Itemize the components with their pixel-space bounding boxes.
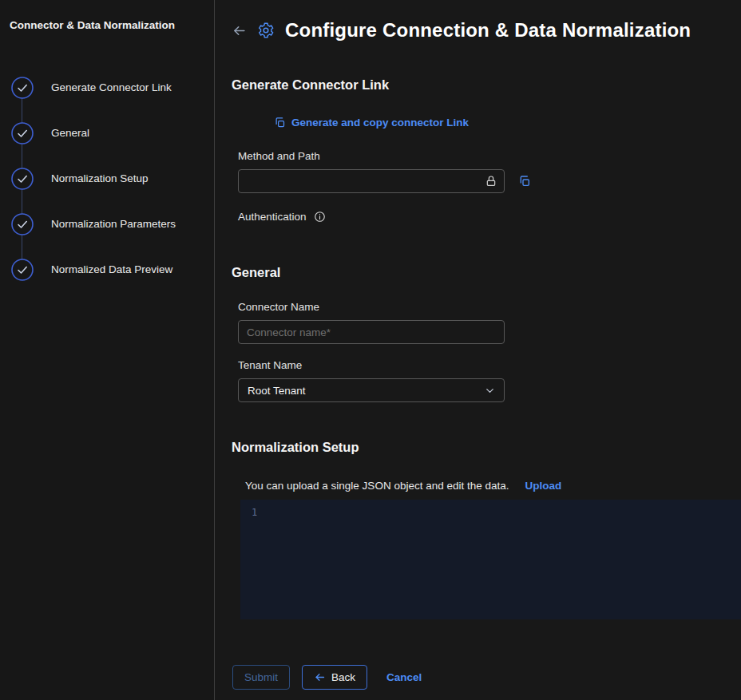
back-button[interactable]: Back: [302, 665, 367, 690]
json-editor[interactable]: 1: [240, 500, 741, 619]
generate-copy-link-label: Generate and copy connector Link: [291, 117, 469, 129]
check-circle-icon: [11, 213, 34, 235]
generate-copy-link-button[interactable]: Generate and copy connector Link: [274, 117, 469, 129]
method-and-path-label: Method and Path: [238, 150, 741, 162]
step-label: Generate Connector Link: [51, 81, 172, 93]
step-general[interactable]: General: [11, 110, 204, 156]
tenant-name-select[interactable]: Root Tenant: [238, 378, 505, 402]
stepper-sidebar: Connector & Data Normalization Generate …: [0, 0, 215, 700]
cancel-button[interactable]: Cancel: [386, 671, 422, 683]
step-label: Normalized Data Preview: [51, 263, 172, 275]
step-normalization-setup[interactable]: Normalization Setup: [11, 156, 204, 201]
copy-icon: [274, 117, 286, 129]
tenant-name-selected-value: Root Tenant: [248, 385, 306, 397]
back-button-label: Back: [331, 671, 355, 683]
page-title: Configure Connection & Data Normalizatio…: [285, 19, 691, 42]
arrow-left-icon: [314, 671, 326, 683]
chevron-down-icon: [484, 385, 496, 397]
check-circle-icon: [11, 77, 34, 99]
copy-icon[interactable]: [518, 175, 531, 188]
check-circle-icon: [11, 122, 34, 144]
step-normalized-data-preview[interactable]: Normalized Data Preview: [11, 247, 204, 292]
sidebar-title: Connector & Data Normalization: [10, 19, 204, 31]
connector-name-label: Connector Name: [238, 301, 741, 313]
main-panel: Configure Connection & Data Normalizatio…: [215, 0, 741, 700]
tenant-name-label: Tenant Name: [238, 359, 741, 371]
lock-icon: [485, 175, 497, 188]
step-generate-connector-link[interactable]: Generate Connector Link: [11, 65, 204, 110]
check-circle-icon: [11, 168, 34, 190]
section-heading-general: General: [232, 265, 741, 280]
page-header: Configure Connection & Data Normalizatio…: [232, 0, 741, 42]
step-label: Normalization Setup: [51, 172, 149, 184]
step-label: Normalization Parameters: [51, 218, 176, 230]
info-icon[interactable]: [314, 211, 326, 223]
section-heading-generate-link: Generate Connector Link: [232, 77, 741, 93]
step-label: General: [51, 127, 89, 139]
back-arrow-icon[interactable]: [232, 23, 247, 38]
authentication-label: Authentication: [238, 211, 307, 223]
section-heading-normalization-setup: Normalization Setup: [232, 440, 741, 455]
editor-content[interactable]: [267, 500, 741, 619]
connector-name-input[interactable]: [238, 320, 505, 344]
step-normalization-parameters[interactable]: Normalization Parameters: [11, 201, 204, 247]
gear-icon: [257, 22, 275, 39]
submit-button[interactable]: Submit: [232, 665, 290, 690]
footer-actions: Submit Back Cancel: [232, 665, 741, 690]
method-and-path-input[interactable]: [238, 169, 505, 193]
check-circle-icon: [11, 259, 34, 281]
upload-hint-text: You can upload a single JSON object and …: [245, 480, 509, 492]
upload-link[interactable]: Upload: [525, 480, 562, 492]
stepper: Generate Connector Link General Normaliz…: [10, 65, 204, 292]
editor-line-number: 1: [240, 500, 267, 619]
